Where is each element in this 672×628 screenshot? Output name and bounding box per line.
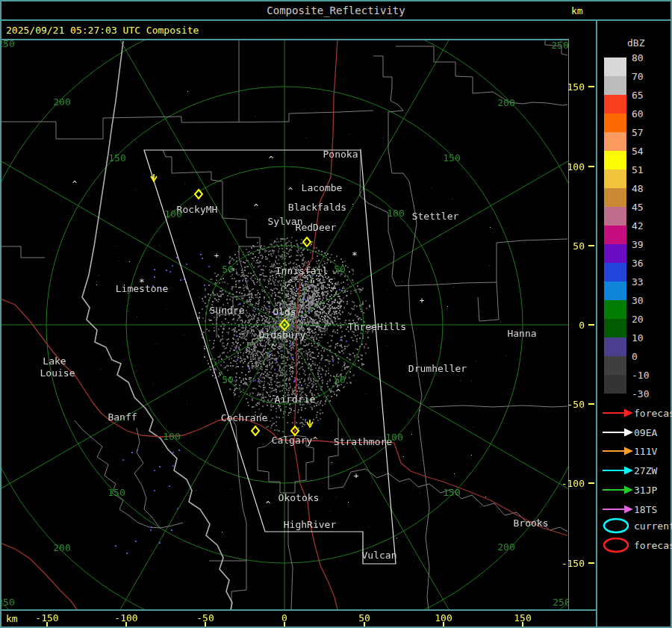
right-axis-label: -150 bbox=[561, 558, 585, 569]
timestamp-label: 2025/09/21 05:27:03 UTC Composite bbox=[6, 25, 199, 36]
track-arrow-icon bbox=[602, 427, 635, 438]
range-ring-label: 50 bbox=[222, 264, 234, 275]
track-label: 09EA bbox=[634, 427, 657, 438]
range-ring-label: 250 bbox=[553, 597, 568, 608]
colorbar-swatch bbox=[604, 375, 626, 394]
city-label: Cochrane bbox=[221, 412, 268, 423]
range-ring-label: 250 bbox=[1, 597, 15, 608]
caret-marker: ^ bbox=[313, 435, 318, 445]
caret-marker: ^ bbox=[266, 500, 271, 509]
county-boundary bbox=[288, 500, 293, 609]
range-ring-label: 150 bbox=[108, 487, 125, 498]
track-label: 31JP bbox=[634, 485, 657, 496]
colorbar-value-label: 57 bbox=[632, 127, 644, 138]
caret-marker: ^ bbox=[289, 365, 294, 375]
right-axis-tick bbox=[588, 245, 594, 246]
right-axis-tick bbox=[588, 562, 594, 564]
city-label: Strathmore bbox=[334, 436, 392, 447]
track-ellipse-icon bbox=[602, 516, 635, 535]
city-label: Okotoks bbox=[279, 492, 320, 503]
track-label: 18TS bbox=[634, 504, 657, 515]
bottom-axis-tick bbox=[284, 622, 285, 627]
colorbar-value-label: 51 bbox=[632, 164, 644, 175]
colorbar-value-label: 30 bbox=[632, 295, 644, 306]
right-axis-label: 150 bbox=[567, 81, 585, 93]
range-ring-label: 50 bbox=[334, 264, 346, 275]
range-radial bbox=[284, 325, 568, 523]
track-label: 27ZW bbox=[634, 465, 657, 476]
track-ellipse-icon bbox=[602, 535, 635, 555]
bottom-axis-unit: km bbox=[6, 613, 18, 624]
colorbar-value-label: 70 bbox=[632, 71, 644, 82]
right-axis-label: -100 bbox=[561, 478, 585, 489]
range-ring-label: 100 bbox=[385, 432, 402, 443]
city-label: RedDeer bbox=[296, 222, 337, 233]
city-label: Airdrie bbox=[275, 394, 316, 405]
colorbar-title: dBZ bbox=[627, 37, 644, 49]
track-label: current bbox=[634, 520, 672, 532]
colorbar-value-label: 42 bbox=[632, 220, 644, 231]
radar-viewer-window: { "window": { "title": "Composite_Reflec… bbox=[0, 0, 672, 628]
colorbar-swatch bbox=[604, 57, 626, 76]
city-label: Lacombe bbox=[302, 182, 343, 193]
colorbar-swatch bbox=[604, 132, 626, 151]
bottom-axis-tick bbox=[125, 622, 127, 627]
colorbar-swatch bbox=[604, 114, 626, 132]
track-label: forecast bbox=[634, 540, 672, 551]
right-axis-label: 100 bbox=[567, 161, 585, 172]
colorbar-swatch bbox=[604, 151, 626, 170]
plus-marker: + bbox=[214, 251, 220, 261]
colorbar-value-label: 54 bbox=[632, 146, 644, 157]
city-label: RockyMH bbox=[177, 204, 218, 215]
right-axis-label: -50 bbox=[567, 399, 585, 410]
colorbar-value-label: 45 bbox=[632, 202, 644, 213]
county-boundary bbox=[134, 428, 161, 529]
colorbar-value-label: 65 bbox=[632, 90, 644, 101]
star-marker: * bbox=[139, 276, 145, 287]
colorbar-swatch bbox=[604, 300, 626, 319]
colorbar-value-label: 39 bbox=[632, 239, 644, 250]
county-boundary bbox=[1, 111, 373, 139]
city-label: Lake bbox=[43, 355, 66, 367]
site-diamond-marker bbox=[252, 426, 259, 435]
range-radial bbox=[1, 127, 284, 326]
caret-marker: ^ bbox=[288, 186, 293, 196]
right-axis-label: 0 bbox=[579, 320, 585, 331]
range-ring-label: 100 bbox=[164, 208, 181, 220]
radar-map-surface[interactable]: PonokaLacombeBlackfaldsSylvanRedDeerRock… bbox=[1, 40, 568, 609]
city-label: ThreeHills bbox=[348, 321, 406, 332]
range-ring-label: 150 bbox=[108, 152, 125, 164]
county-boundary bbox=[329, 418, 351, 489]
right-axis-tick bbox=[588, 403, 594, 405]
wind-arrow-marker bbox=[307, 420, 313, 427]
range-ring-label: 50 bbox=[334, 374, 346, 385]
range-ring-label: 100 bbox=[163, 431, 180, 442]
bottom-axis: km -150-100-50050100150 bbox=[0, 611, 596, 627]
radar-center-dot bbox=[284, 324, 286, 326]
city-label: Hanna bbox=[507, 328, 536, 339]
site-diamond-marker bbox=[303, 237, 311, 246]
range-radial bbox=[87, 325, 285, 609]
county-boundary bbox=[1, 246, 45, 258]
colorbar-swatch bbox=[604, 319, 626, 338]
city-label: Stettler bbox=[412, 211, 459, 222]
plus-marker: + bbox=[354, 471, 359, 481]
colorbar-value-label: 80 bbox=[632, 52, 644, 63]
colorbar-swatch bbox=[604, 170, 626, 188]
city-label: Brooks bbox=[514, 517, 549, 529]
colorbar-swatch bbox=[604, 282, 626, 300]
track-label: 111V bbox=[634, 446, 657, 457]
colorbar-swatch bbox=[604, 226, 626, 244]
legend-panel: dBZ 807065605754514845423936333020100-10… bbox=[597, 21, 671, 627]
colorbar-value-label: 0 bbox=[632, 351, 638, 362]
colorbar-value-label: 20 bbox=[632, 314, 644, 325]
right-axis-tick bbox=[588, 166, 594, 167]
colorbar-value-label: 48 bbox=[632, 183, 644, 194]
city-label: Banff bbox=[108, 411, 137, 423]
range-ring-label: 150 bbox=[443, 152, 460, 164]
track-arrow-icon bbox=[602, 485, 635, 495]
city-label: HighRiver bbox=[284, 519, 336, 530]
city-label: Sundre bbox=[210, 305, 245, 316]
right-axis: 150100500-50-100-150 bbox=[569, 40, 596, 609]
city-label: Innisfail bbox=[276, 265, 328, 276]
